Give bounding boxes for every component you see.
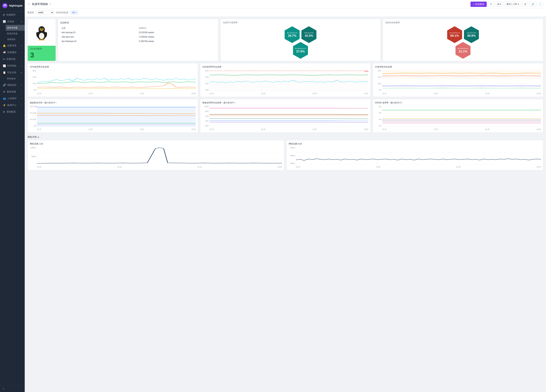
disk-usage-xaxis: 15:15 15:30 15:45 16:00 — [209, 129, 368, 130]
outbound-x-1: 15:30 — [376, 166, 380, 168]
refresh-button[interactable]: ↺ — [488, 2, 494, 6]
sidebar-item-sys-config[interactable]: ⚙ 系统配置 › — [0, 109, 25, 115]
disk-usage-chart-area: 100% 80% 60% 40% 20% — [202, 106, 368, 130]
sidebar-collapse-btn[interactable]: ≡ — [0, 385, 25, 392]
uptime-card: 启动时长 机器 启动时长 dev-backup-0123.03206 weeks… — [58, 19, 218, 61]
chevron-right-icon4: › — [21, 65, 22, 67]
sidebar-item-alert-notify[interactable]: 📢 告警通知 › — [0, 49, 25, 56]
sidebar-item-log-analysis[interactable]: 📋 日志分析 ▾ — [0, 69, 25, 76]
refresh-icon: ↺ — [490, 3, 492, 6]
network-outbound-inner — [296, 147, 541, 164]
group-tag-close[interactable]: × — [75, 11, 76, 14]
sidebar-item-monitor-dashboard[interactable]: 监控仪表盘 — [6, 25, 25, 31]
off-label: off — [497, 3, 499, 6]
table-row: dev-flasheye-012.280766 weeks — [60, 39, 216, 44]
sidebar-item-inspection-report[interactable]: 巡检报告 — [6, 37, 25, 42]
cpu-hex-item-0: dev-backup-01 34.7% — [285, 26, 300, 43]
network-header[interactable]: 网络详情 ▾ — [27, 135, 543, 139]
cpu-y-mid: 40% — [30, 76, 36, 78]
back-button[interactable]: ← — [27, 2, 31, 6]
mem-y-mid: 60% — [202, 76, 209, 78]
sidebar-item-personnel[interactable]: 👥 人员组织 › — [0, 95, 25, 102]
share-button[interactable]: 🔗 — [530, 2, 536, 6]
dashboard-submenu: 监控仪表盘 集成仪表盘 巡检报告 — [0, 25, 25, 42]
cpu-hex-item-2: dev-flasheye-01 27.9% — [293, 42, 308, 59]
mem-y-max: 80% — [202, 70, 209, 72]
mem-history-chart-area: 80% 60% 40% 20% 80 — [202, 70, 368, 95]
sidebar-item-time-metrics[interactable]: 📈 时序指标 › — [0, 63, 25, 69]
disk-usage-svg — [210, 106, 368, 127]
mem-history-inner: 80 — [209, 70, 368, 91]
sidebar-item-label: 基础设施 — [7, 90, 16, 93]
io-history-title: IO使用率历史趋势 — [375, 65, 541, 68]
time-range-button[interactable]: 最近 1 小时 ▾ — [505, 2, 521, 7]
inode-y-mid: 6% — [375, 112, 381, 114]
add-chart-button[interactable]: + 添加图表 — [470, 2, 487, 7]
mem-svg: 80 — [210, 70, 368, 91]
cpu-history-chart-area: 60% 40% 20% 0% — [30, 70, 196, 95]
disk-y-3: 46.6GiB — [30, 119, 36, 121]
linux-image-section — [28, 19, 56, 46]
disk-usage-y-5: 20% — [202, 125, 209, 127]
sidebar-item-quick-jump[interactable]: ⊞ 快捷跳转 — [0, 12, 25, 18]
svg-point-2 — [39, 33, 44, 39]
mem-x-1: 15:30 — [261, 93, 265, 95]
chevron-right-icon7: › — [21, 97, 22, 99]
mem-hex-2-label: dev-flasheye-01 — [457, 48, 469, 49]
chevron-down-icon: ▾ — [21, 21, 22, 23]
sidebar-item-alert-self[interactable]: ✉ 告警自愈 › — [0, 56, 25, 63]
mem-x-3: 16:00 — [364, 93, 368, 95]
sidebar-item-label: 人员组织 — [7, 97, 16, 100]
expand-button[interactable]: ⤢ — [538, 2, 543, 6]
machine-name: dev-flasheye-01 — [60, 39, 137, 44]
cpu-hex-row1: dev-backup-01 34.7% n9e-plus-test 10.3% — [285, 26, 316, 43]
inode-inner — [382, 106, 541, 127]
active-machines-count: 3 — [30, 51, 53, 59]
inode-usage-card: INODE 使用率（最大的10个） 8% 6% 4% 2% — [373, 99, 543, 133]
chevron-right-icon3: › — [21, 58, 22, 60]
sidebar-item-trace[interactable]: 🔗 链路追踪 › — [0, 82, 25, 88]
cpu-history-xaxis: 15:15 15:30 15:45 16:00 — [37, 93, 196, 95]
disk-usage-inner — [209, 106, 368, 127]
svg-point-6 — [40, 28, 41, 29]
title-dropdown-icon[interactable]: ▾ — [50, 3, 51, 5]
expand-icon: ⤢ — [540, 3, 541, 6]
inode-usage-title: INODE 使用率（最大的10个） — [375, 101, 541, 104]
network-outbound-card: 网络流量-出向 6Mb/s 4Mb/s 2Mb/s — [286, 140, 543, 170]
sidebar-item-integration[interactable]: ⚡ 集成中心 › — [0, 102, 25, 109]
svg-point-9 — [43, 29, 43, 29]
io-y-0: 0% — [375, 89, 381, 91]
io-y-max: 30% — [375, 70, 381, 72]
sidebar-item-dashboard[interactable]: 📊 仪表盘 ▾ — [0, 18, 25, 25]
io-x-0: 15:15 — [382, 93, 386, 95]
svg-point-10 — [41, 30, 43, 31]
off-dropdown[interactable]: off ▾ — [495, 2, 503, 6]
sidebar-item-integrated-dashboard[interactable]: 集成仪表盘 — [6, 31, 25, 37]
io-history-chart-area: 30% 20% 10% 0% — [375, 70, 541, 95]
alert-notify-icon: 📢 — [3, 51, 6, 54]
sidebar-item-alert-mgmt[interactable]: 🔔 告警管理 › — [0, 42, 25, 49]
mem-hex-row1: dev-backup-01 69.1% n9e-plus-test 39.9% — [447, 26, 479, 43]
cpu-x-3: 16:00 — [191, 93, 196, 95]
outbound-x-3: 16:00 — [536, 166, 541, 168]
mem-history-xaxis: 15:15 15:30 15:45 16:00 — [209, 93, 368, 95]
share-icon: 🔗 — [532, 3, 534, 6]
sidebar-item-realtime-query[interactable]: 即时查询 — [6, 76, 25, 82]
group-tag: All × — [71, 11, 78, 14]
table-row: dev-backup-0123.03206 weeks — [60, 30, 216, 35]
dashboard-icon: 📊 — [3, 20, 6, 23]
network-dropdown-icon: ▾ — [38, 136, 39, 139]
disk-x-1: 15:30 — [88, 129, 93, 130]
cpu-y-low: 20% — [30, 83, 36, 85]
mem-hex-0-label: dev-backup-01 — [449, 32, 460, 34]
disk-usage-x-0: 15:15 — [209, 129, 214, 130]
inbound-svg — [37, 147, 282, 164]
datasource-select[interactable]: vm01 — [36, 10, 54, 15]
outbound-y-3: 2Mb/s — [289, 162, 295, 164]
cpu-history-title: CPU使用率历史趋势 — [30, 65, 196, 68]
settings-button[interactable]: ⚙ — [522, 2, 528, 6]
sidebar-item-label: 快捷跳转 — [6, 13, 16, 16]
col-uptime: 启动时长 — [137, 26, 216, 30]
disk-space-inner — [37, 106, 196, 127]
sidebar-item-infra[interactable]: 🖥 基础设施 › — [0, 88, 25, 95]
